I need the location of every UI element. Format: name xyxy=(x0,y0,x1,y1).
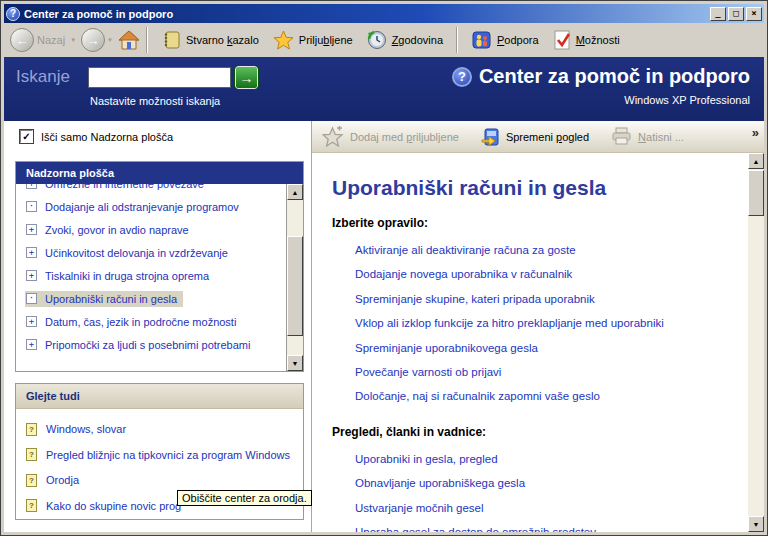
expand-icon[interactable]: + xyxy=(26,247,37,258)
favorites-button-label: Priljubljene xyxy=(299,34,353,46)
list-item[interactable]: +Zvoki, govor in avdio naprave xyxy=(25,218,286,241)
topic-content: Uporabniški računi in gesla Izberite opr… xyxy=(312,153,747,532)
help-page-icon: ? xyxy=(26,474,37,487)
content-toolbar: Dodaj med priljubljene Spremeni pogled N… xyxy=(312,121,764,153)
favorites-button[interactable]: Priljubljene xyxy=(266,27,360,53)
task-link[interactable]: Povečanje varnosti ob prijavi xyxy=(355,360,747,384)
scroll-down-button[interactable]: ▼ xyxy=(748,516,764,532)
section-heading: Pregledi, članki in vadnice: xyxy=(332,425,747,439)
section-heading: Izberite opravilo: xyxy=(332,216,747,230)
see-also-header: Glejte tudi xyxy=(16,384,303,409)
list-item[interactable]: +Učinkovitost delovanja in vzdrževanje xyxy=(25,241,286,264)
change-view-icon xyxy=(481,127,500,147)
task-link[interactable]: Dodajanje novega uporabnika v računalnik xyxy=(355,262,747,286)
toolbar-separator xyxy=(146,27,148,53)
header-band: Iskanje → Nastavite možnosti iskanja ? C… xyxy=(4,57,764,121)
article-link[interactable]: Obnavljanje uporabniškega gesla xyxy=(355,471,747,495)
navigation-pane: ✓ Išči samo Nadzorna plošča Nadzorna plo… xyxy=(4,121,311,532)
help-page-icon: ? xyxy=(26,423,37,436)
history-button-label: Zgodovina xyxy=(392,34,443,46)
maximize-button[interactable]: □ xyxy=(728,7,744,21)
task-link[interactable]: Določanje, naj si računalnik zapomni vaš… xyxy=(355,384,747,408)
help-center-icon: ? xyxy=(6,7,20,21)
print-label: Natisni ... xyxy=(638,131,684,143)
print-button[interactable]: Natisni ... xyxy=(611,127,684,146)
title-bar: ? Center za pomoč in podporo _ □ × xyxy=(4,4,764,23)
task-link[interactable]: Spreminjanje uporabnikovega gesla xyxy=(355,336,747,360)
list-item[interactable]: +Pripomočki za ljudi s posebnimi potreba… xyxy=(25,333,286,356)
edition-label: Windows XP Professional xyxy=(452,94,750,106)
expand-icon[interactable]: · xyxy=(26,201,37,212)
listbox-header: Nadzorna plošča xyxy=(16,162,303,184)
list-item[interactable]: +Tiskalniki in druga strojna oprema xyxy=(25,264,286,287)
search-only-label: Išči samo Nadzorna plošča xyxy=(41,131,173,143)
scrollbar-thumb[interactable] xyxy=(287,236,303,336)
change-view-button[interactable]: Spremeni pogled xyxy=(481,127,589,147)
expand-icon[interactable]: + xyxy=(26,224,37,235)
content-scrollbar[interactable]: ▲ ▼ xyxy=(748,153,764,532)
star-outline-icon xyxy=(322,126,344,147)
see-also-item[interactable]: ? Pregled bližnjic na tipkovnici za prog… xyxy=(16,443,303,468)
task-link[interactable]: Vklop ali izklop funkcije za hitro prekl… xyxy=(355,311,747,335)
page-title: Center za pomoč in podporo xyxy=(479,65,750,88)
options-button[interactable]: Možnosti xyxy=(546,27,627,53)
forward-dropdown-icon[interactable]: ▼ xyxy=(107,37,113,43)
main-toolbar: ← Nazaj ▼ → ▼ Stvarno kazalo Priljubljen… xyxy=(4,23,764,57)
close-button[interactable]: × xyxy=(746,7,762,21)
scroll-up-button[interactable]: ▲ xyxy=(287,184,303,200)
see-also-item[interactable]: ? Windows, slovar xyxy=(16,417,303,442)
home-icon[interactable] xyxy=(118,30,140,50)
support-people-icon xyxy=(471,30,492,50)
task-link[interactable]: Aktiviranje ali deaktiviranje računa za … xyxy=(355,238,747,262)
list-item-selected[interactable]: ·Uporabniški računi in gesla xyxy=(25,287,286,310)
options-checkmark-icon xyxy=(553,30,571,50)
search-label: Iskanje xyxy=(16,67,70,87)
article-link[interactable]: Uporaba gesel za dostop do omrežnih sred… xyxy=(355,520,747,532)
listbox-scrollbar[interactable]: ▲ ▼ xyxy=(286,184,303,371)
history-button[interactable]: Zgodovina xyxy=(360,27,450,53)
tooltip: Obiščite center za orodja. xyxy=(177,490,312,506)
article-link[interactable]: Uporabniki in gesla, pregled xyxy=(355,447,747,471)
add-to-favorites-button[interactable]: Dodaj med priljubljene xyxy=(322,126,459,147)
help-page-icon: ? xyxy=(26,448,37,461)
scroll-up-button[interactable]: ▲ xyxy=(748,153,764,169)
index-button-label: Stvarno kazalo xyxy=(186,34,259,46)
search-go-button[interactable]: → xyxy=(235,66,258,89)
scroll-down-button[interactable]: ▼ xyxy=(287,355,303,371)
expand-icon[interactable]: + xyxy=(26,339,37,350)
content-pane: Dodaj med priljubljene Spremeni pogled N… xyxy=(312,121,764,532)
forward-button[interactable]: → xyxy=(81,28,105,52)
listbox-items: +Omrežne in internetne povezave ·Dodajan… xyxy=(16,184,286,371)
window-title: Center za pomoč in podporo xyxy=(24,8,708,20)
list-item[interactable]: ·Dodajanje ali odstranjevanje programov xyxy=(25,195,286,218)
list-item[interactable]: +Datum, čas, jezik in področne možnosti xyxy=(25,310,286,333)
back-dropdown-icon[interactable]: ▼ xyxy=(70,37,76,43)
scrollbar-thumb[interactable] xyxy=(748,170,764,216)
minimize-button[interactable]: _ xyxy=(710,7,726,21)
more-buttons-chevron-icon[interactable]: » xyxy=(752,125,757,140)
list-item[interactable]: +Omrežne in internetne povezave xyxy=(25,184,286,195)
change-view-label: Spremeni pogled xyxy=(506,131,589,143)
help-question-icon: ? xyxy=(452,67,472,87)
star-icon xyxy=(273,30,294,50)
expand-icon[interactable]: + xyxy=(26,270,37,281)
article-link[interactable]: Ustvarjanje močnih gesel xyxy=(355,496,747,520)
task-link[interactable]: Spreminjanje skupine, kateri pripada upo… xyxy=(355,287,747,311)
search-only-checkbox[interactable]: ✓ xyxy=(20,130,33,143)
back-label: Nazaj xyxy=(37,34,65,46)
expand-icon[interactable]: + xyxy=(26,184,37,189)
add-to-favorites-label: Dodaj med priljubljene xyxy=(350,131,459,143)
see-also-item[interactable]: ? Orodja xyxy=(16,468,303,493)
back-button[interactable]: ← xyxy=(10,28,34,52)
expand-icon[interactable]: · xyxy=(26,293,37,304)
options-button-label: Možnosti xyxy=(576,34,620,46)
search-options-link[interactable]: Nastavite možnosti iskanja xyxy=(90,95,220,107)
toolbar-separator xyxy=(456,27,458,53)
control-panel-listbox: Nadzorna plošča +Omrežne in internetne p… xyxy=(15,161,304,372)
topic-title: Uporabniški računi in gesla xyxy=(332,176,747,200)
search-input[interactable] xyxy=(88,67,231,88)
history-clock-icon xyxy=(367,30,387,50)
support-button[interactable]: Podpora xyxy=(464,27,546,53)
index-button[interactable]: Stvarno kazalo xyxy=(154,27,266,53)
expand-icon[interactable]: + xyxy=(26,316,37,327)
